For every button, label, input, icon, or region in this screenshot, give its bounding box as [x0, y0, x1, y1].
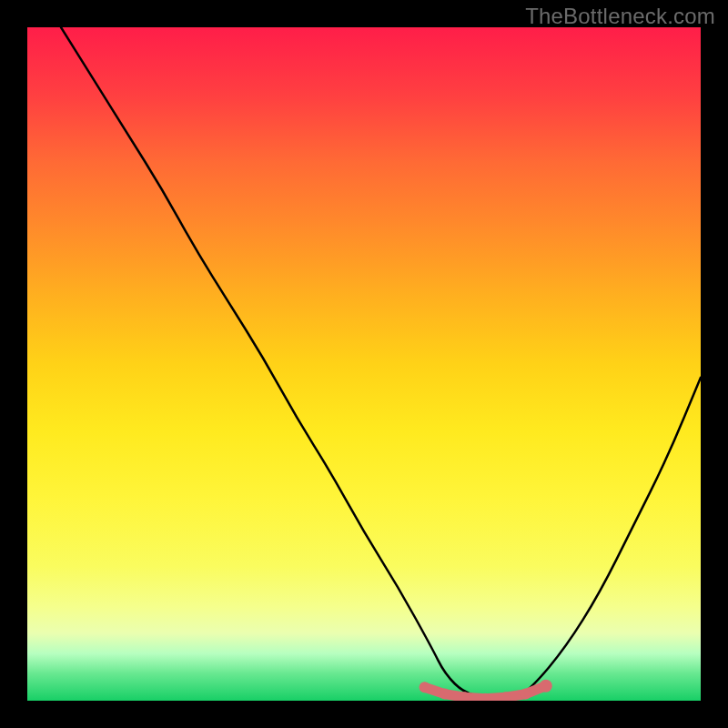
- highlight-dot: [440, 689, 450, 700]
- watermark-text: TheBottleneck.com: [525, 4, 715, 29]
- curve-svg: [27, 27, 701, 701]
- highlight-dot: [420, 682, 430, 693]
- highlight-dot: [540, 680, 552, 693]
- highlight-dot: [521, 689, 531, 700]
- bottleneck-curve: [61, 27, 701, 701]
- highlight-markers: [420, 680, 552, 701]
- plot-area: [27, 27, 701, 701]
- chart-root: TheBottleneck.com: [0, 0, 728, 728]
